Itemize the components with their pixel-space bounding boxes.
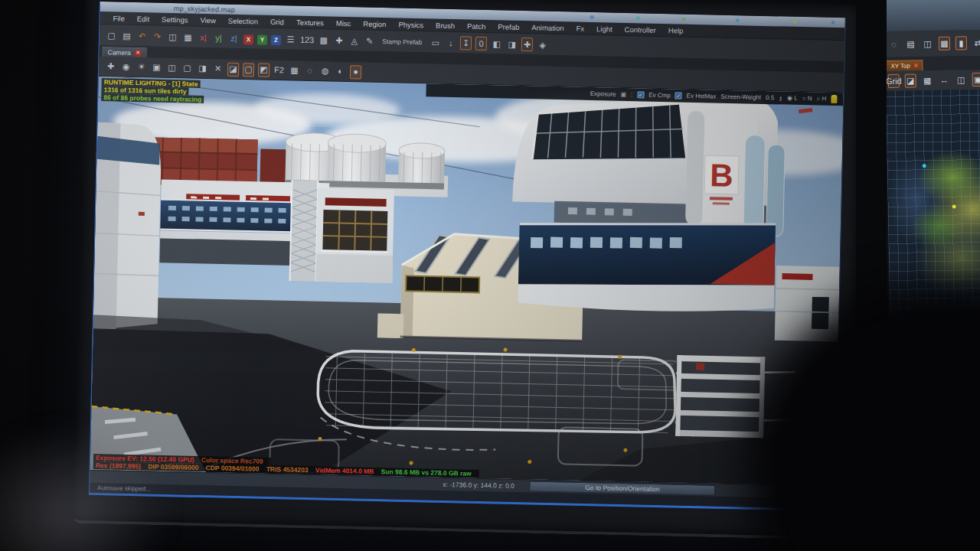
copy-icon[interactable]: ◫ — [167, 30, 178, 44]
open-folder-icon[interactable]: ▤ — [121, 29, 132, 43]
region-zoom-icon[interactable]: ◉ — [120, 60, 132, 73]
menu-selection[interactable]: Selection — [223, 15, 263, 26]
menu-animation[interactable]: Animation — [526, 22, 570, 33]
menu-grid[interactable]: Grid — [265, 16, 289, 27]
sphere-textured-icon[interactable]: ● — [350, 65, 361, 79]
monitor-icon[interactable]: ▭ — [430, 36, 441, 50]
m2-arrows-icon[interactable]: ↔ — [939, 73, 950, 87]
half-mode-icon[interactable]: ◩ — [258, 63, 270, 77]
lock-icon[interactable]: ▣ — [620, 91, 626, 98]
radio-l[interactable]: ◉ L — [787, 95, 798, 102]
menu-misc[interactable]: Misc — [331, 18, 357, 28]
menu-view[interactable]: View — [194, 15, 221, 25]
select-cross-icon[interactable]: ✕ — [212, 62, 224, 76]
menu-light[interactable]: Light — [591, 24, 618, 34]
titlebar-reflection-dot — [793, 20, 797, 24]
tab-camera-label: Camera — [107, 48, 130, 57]
menu-physics[interactable]: Physics — [393, 19, 429, 30]
numbers-icon[interactable]: 123 — [300, 33, 315, 47]
tab-xy-close-icon[interactable]: ✕ — [913, 62, 919, 69]
screen-weight-value[interactable]: 0.5 — [766, 94, 774, 101]
flip-y-icon[interactable]: y| — [213, 31, 224, 44]
sphere-flat-icon[interactable]: ◌ — [304, 64, 315, 77]
copy-view-icon[interactable]: ◫ — [166, 60, 178, 74]
model-icon[interactable]: ◬ — [348, 34, 360, 47]
entity-icon[interactable]: ✚ — [333, 34, 345, 47]
menu-fx[interactable]: Fx — [570, 23, 590, 34]
spinner-icon[interactable]: ▲▼ — [779, 95, 782, 101]
checker-icon[interactable]: ▦ — [289, 64, 300, 77]
titlebar-reflection-dot — [682, 18, 686, 21]
m2-copy-icon[interactable]: ◫ — [922, 37, 933, 51]
select-box-icon[interactable]: ▢ — [181, 61, 193, 75]
pen-icon[interactable]: ✎ — [364, 34, 375, 48]
secondary-toolbar: ◌▤◫▩▮⇄◬ — [885, 30, 980, 57]
m2-phone-icon[interactable]: ◌ — [888, 37, 900, 51]
rotate-x-icon[interactable]: X — [243, 34, 253, 44]
m2-pages-icon[interactable]: ◫ — [956, 73, 967, 86]
bulb-icon[interactable] — [831, 95, 837, 103]
sphere-shaded-icon[interactable]: ◍ — [319, 64, 331, 78]
wire-mode-icon[interactable]: ▢ — [243, 63, 254, 77]
tab-close-icon[interactable]: ✕ — [135, 50, 142, 57]
tab-camera[interactable]: Camera ✕ — [102, 47, 147, 57]
layer-list-icon[interactable]: ☰ — [285, 33, 296, 47]
map-marker-yellow — [952, 205, 956, 209]
m2-numbers-icon[interactable]: ▩ — [939, 37, 950, 51]
menu-edit[interactable]: Edit — [132, 13, 155, 24]
radio-n[interactable]: ○ N — [802, 95, 812, 102]
down-arrow-icon[interactable]: ↓ — [445, 36, 456, 50]
menu-prefab[interactable]: Prefab — [492, 21, 524, 32]
secondary-toolbar-row2: Grid◪▦↔◫▣ — [886, 70, 980, 91]
fx-toggle-icon[interactable]: F2 — [273, 63, 285, 77]
m2-snap-icon[interactable]: ▣ — [972, 73, 980, 86]
drop-to-floor-icon[interactable]: ↧ — [460, 37, 472, 51]
m2-grid-zoom-icon[interactable]: ▤ — [905, 37, 916, 51]
crop-icon[interactable]: ▣ — [151, 60, 162, 74]
menu-controller[interactable]: Controller — [619, 24, 662, 34]
camera-move-icon[interactable]: ✚ — [105, 60, 116, 73]
m2-table-icon[interactable]: ▦ — [922, 73, 933, 87]
ship-b-logo: B — [710, 157, 733, 194]
fill-mode-icon[interactable]: ◪ — [227, 62, 239, 76]
tab-xy-top[interactable]: XY Top ✕ — [885, 60, 923, 71]
separator: ¦ — [631, 91, 632, 98]
menu-patch[interactable]: Patch — [462, 21, 492, 31]
ev-cmp-checkbox[interactable]: ✓ — [637, 91, 644, 98]
sphere-lit-icon[interactable]: ◐ — [335, 64, 346, 78]
menu-help[interactable]: Help — [663, 25, 689, 36]
align-view-icon[interactable]: ◈ — [537, 38, 548, 52]
redo-icon[interactable]: ↷ — [152, 30, 163, 44]
menu-textures[interactable]: Textures — [291, 17, 329, 28]
flip-x-icon[interactable]: x| — [198, 31, 209, 44]
m2-grid-button[interactable]: Grid — [888, 74, 900, 88]
stack-two-icon[interactable]: ◨ — [506, 37, 518, 51]
secondary-monitor: ◌▤◫▩▮⇄◬ XY Top ✕ Grid◪▦↔◫▣ — [883, 0, 980, 364]
radio-h[interactable]: ○ H — [817, 95, 827, 102]
ev-hstmax-checkbox[interactable]: ✓ — [675, 92, 682, 99]
camera-viewport-3d[interactable]: B — [90, 77, 844, 486]
plus-icon[interactable]: ✚ — [521, 37, 533, 51]
menu-file[interactable]: File — [107, 13, 130, 24]
m2-stamp-icon[interactable]: ◪ — [905, 73, 916, 87]
m2-link-icon[interactable]: ⇄ — [972, 36, 980, 50]
scene-shelf-rack — [675, 355, 765, 438]
paste-icon[interactable]: ▦ — [182, 31, 194, 44]
zero-state-icon[interactable]: 0 — [475, 37, 487, 51]
titlebar-reflection-dot — [636, 16, 640, 20]
select-add-icon[interactable]: ◨ — [197, 61, 208, 75]
rotate-y-icon[interactable]: Y — [257, 35, 267, 45]
undo-icon[interactable]: ↶ — [136, 29, 148, 43]
new-file-icon[interactable]: ▢ — [106, 28, 117, 42]
menu-region[interactable]: Region — [358, 18, 391, 29]
rotate-z-icon[interactable]: Z — [271, 35, 281, 45]
stack-one-icon[interactable]: ◧ — [491, 37, 502, 51]
texture-window-icon[interactable]: ▩ — [318, 33, 329, 47]
menu-settings[interactable]: Settings — [156, 14, 194, 24]
sun-preview-icon[interactable]: ☀ — [136, 60, 147, 74]
menu-brush[interactable]: Brush — [430, 20, 460, 31]
window-title: mp_skyjacked.map — [174, 5, 235, 14]
flip-z-icon[interactable]: z| — [228, 31, 240, 45]
radio-l-label: L — [794, 95, 798, 102]
m2-filter-icon[interactable]: ▮ — [956, 36, 967, 50]
